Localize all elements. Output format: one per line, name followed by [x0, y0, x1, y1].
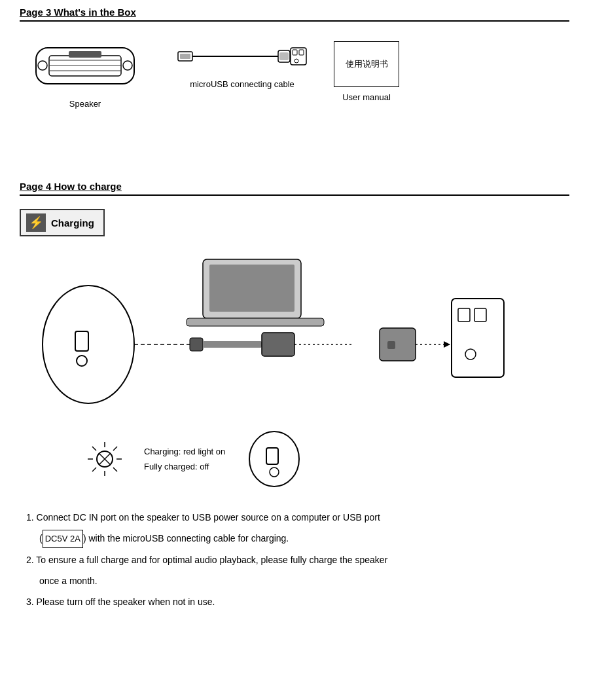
- svg-rect-34: [380, 328, 416, 361]
- lightning-icon: ⚡: [29, 215, 43, 230]
- page4-section: Page 4 How to charge ⚡ Charging: [0, 174, 589, 627]
- fully-charged-text: Fully charged: off: [144, 459, 225, 474]
- speaker-illustration: [33, 41, 137, 94]
- svg-point-49: [249, 432, 299, 487]
- svg-rect-35: [387, 341, 395, 349]
- page3-title: Page 3 What's in the Box: [20, 7, 569, 22]
- instructions: 1. Connect DC IN port on the speaker to …: [20, 508, 569, 611]
- svg-rect-50: [266, 448, 278, 464]
- svg-point-6: [38, 61, 47, 70]
- dc-highlight: DC5V 2A: [43, 530, 83, 548]
- svg-point-51: [270, 468, 279, 477]
- svg-rect-9: [180, 54, 190, 59]
- whats-in-box-content: Speaker microUSB connecting cable: [20, 35, 569, 115]
- usb-cable-illustration: [177, 41, 308, 74]
- charge-indicator-icon: [85, 439, 124, 479]
- instruction-1b: (DC5V 2A) with the microUSB connecting c…: [39, 529, 563, 548]
- page-spacer: [0, 155, 589, 174]
- svg-rect-14: [293, 50, 297, 55]
- charge-bottom-row: Charging: red light on Fully charged: of…: [20, 430, 569, 488]
- speaker-label: Speaker: [69, 99, 101, 109]
- instruction-1: 1. Connect DC IN port on the speaker to …: [26, 508, 563, 526]
- svg-line-45: [92, 468, 96, 471]
- svg-rect-12: [279, 52, 289, 60]
- svg-rect-32: [474, 308, 486, 322]
- charge-port-small-icon: [245, 430, 304, 488]
- svg-line-43: [113, 468, 117, 471]
- svg-point-19: [77, 356, 87, 366]
- svg-rect-23: [262, 333, 294, 356]
- usb-cable-label: microUSB connecting cable: [190, 79, 294, 89]
- svg-point-33: [465, 349, 476, 359]
- svg-rect-30: [452, 299, 504, 377]
- charging-icon: ⚡: [26, 213, 46, 232]
- page4-title: Page 4 How to charge: [20, 181, 569, 196]
- usb-cable-item: microUSB connecting cable: [177, 41, 308, 89]
- svg-rect-21: [190, 338, 203, 351]
- speaker-item: Speaker: [33, 41, 137, 109]
- svg-rect-22: [203, 341, 262, 348]
- svg-rect-5: [69, 51, 101, 58]
- instruction-2b: once a month.: [39, 572, 563, 590]
- svg-point-7: [123, 61, 132, 70]
- svg-rect-28: [209, 265, 294, 312]
- svg-rect-31: [458, 308, 470, 322]
- svg-line-42: [92, 447, 96, 451]
- instruction-3: 3. Please turn off the speaker when not …: [26, 593, 563, 611]
- manual-chinese-text: 使用说明书: [346, 58, 388, 70]
- instruction-2: 2. To ensure a full charge and for optim…: [26, 551, 563, 569]
- svg-point-16: [294, 59, 298, 63]
- charging-badge: ⚡ Charging: [20, 209, 105, 236]
- svg-rect-15: [299, 50, 304, 55]
- manual-illustration: 使用说明书: [334, 41, 399, 87]
- svg-rect-29: [187, 318, 324, 326]
- svg-line-44: [113, 447, 117, 451]
- charge-status-text: Charging: red light on Fully charged: of…: [144, 444, 225, 475]
- charging-badge-label: Charging: [51, 217, 94, 229]
- svg-rect-18: [75, 331, 88, 351]
- charge-diagram-svg: [26, 246, 563, 416]
- user-manual-item: 使用说明书 User manual: [334, 41, 399, 102]
- page3-section: Page 3 What's in the Box Speaker: [0, 0, 589, 155]
- svg-marker-37: [444, 341, 450, 348]
- red-light-text: Charging: red light on: [144, 444, 225, 459]
- user-manual-label: User manual: [342, 92, 391, 102]
- svg-rect-1: [49, 56, 121, 76]
- charge-diagram: [20, 246, 569, 416]
